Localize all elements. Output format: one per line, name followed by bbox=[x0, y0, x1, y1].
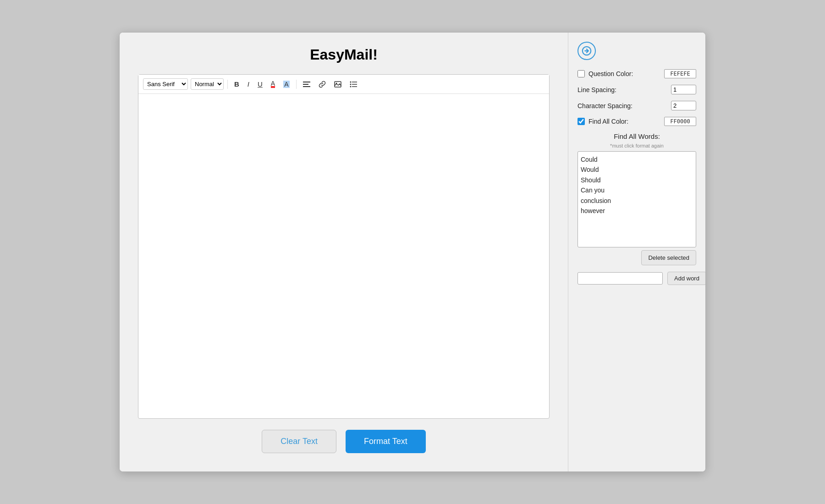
font-family-select[interactable]: Sans Serif Serif Monospace bbox=[143, 78, 188, 90]
find-all-words-title: Find All Words: bbox=[578, 132, 696, 140]
svg-point-10 bbox=[350, 86, 351, 87]
delete-selected-button[interactable]: Delete selected bbox=[641, 250, 696, 265]
line-spacing-row: Line Spacing: bbox=[578, 85, 696, 94]
find-all-section: Find All Words: *must click format again… bbox=[578, 132, 696, 265]
find-all-color-checkbox[interactable] bbox=[578, 118, 585, 125]
format-text-button[interactable]: Format Text bbox=[346, 430, 426, 453]
app-title: EasyMail! bbox=[138, 46, 550, 63]
find-all-color-row: Find All Color: FF0000 bbox=[578, 117, 696, 126]
question-color-value: FEFEFE bbox=[664, 69, 696, 78]
highlight-button[interactable]: A bbox=[280, 79, 292, 90]
clear-text-button[interactable]: Clear Text bbox=[262, 430, 336, 453]
question-color-row: Question Color: FEFEFE bbox=[578, 69, 696, 78]
add-word-button[interactable]: Add word bbox=[667, 272, 706, 285]
font-color-button[interactable]: A bbox=[268, 78, 278, 90]
question-color-label: Question Color: bbox=[588, 70, 660, 77]
find-all-textarea[interactable]: Could Would Should Can you conclusion ho… bbox=[578, 151, 696, 247]
image-button[interactable] bbox=[331, 79, 344, 89]
svg-point-9 bbox=[350, 83, 351, 85]
list-button[interactable] bbox=[347, 79, 360, 89]
line-spacing-label: Line Spacing: bbox=[578, 86, 667, 93]
find-all-color-value: FF0000 bbox=[664, 117, 696, 126]
toolbar-separator-1 bbox=[227, 80, 228, 89]
underline-button[interactable]: U bbox=[255, 78, 265, 90]
add-word-input[interactable] bbox=[578, 272, 663, 285]
character-spacing-label: Character Spacing: bbox=[578, 102, 667, 110]
toolbar: Sans Serif Serif Monospace Normal Small … bbox=[138, 75, 549, 94]
add-word-row: Add word bbox=[578, 272, 696, 285]
bold-button[interactable]: B bbox=[231, 78, 242, 90]
svg-point-8 bbox=[350, 81, 351, 82]
main-container: EasyMail! Sans Serif Serif Monospace Nor… bbox=[119, 32, 706, 472]
bottom-buttons: Clear Text Format Text bbox=[138, 430, 550, 453]
italic-button[interactable]: I bbox=[245, 78, 252, 90]
editor-body[interactable] bbox=[138, 94, 549, 418]
line-spacing-input[interactable] bbox=[671, 85, 696, 94]
left-panel: EasyMail! Sans Serif Serif Monospace Nor… bbox=[120, 33, 568, 471]
editor-container: Sans Serif Serif Monospace Normal Small … bbox=[138, 74, 550, 419]
find-all-note: *must click format again bbox=[578, 143, 696, 148]
right-panel: Question Color: FEFEFE Line Spacing: Cha… bbox=[568, 33, 705, 471]
find-all-color-label: Find All Color: bbox=[588, 118, 660, 125]
question-color-checkbox[interactable] bbox=[578, 70, 585, 77]
character-spacing-input[interactable] bbox=[671, 101, 696, 110]
character-spacing-row: Character Spacing: bbox=[578, 101, 696, 110]
font-size-select[interactable]: Normal Small Large Huge bbox=[191, 78, 224, 90]
arrow-icon-button[interactable] bbox=[578, 42, 596, 60]
link-button[interactable] bbox=[316, 79, 329, 90]
align-button[interactable] bbox=[300, 79, 313, 89]
toolbar-separator-2 bbox=[296, 80, 297, 89]
